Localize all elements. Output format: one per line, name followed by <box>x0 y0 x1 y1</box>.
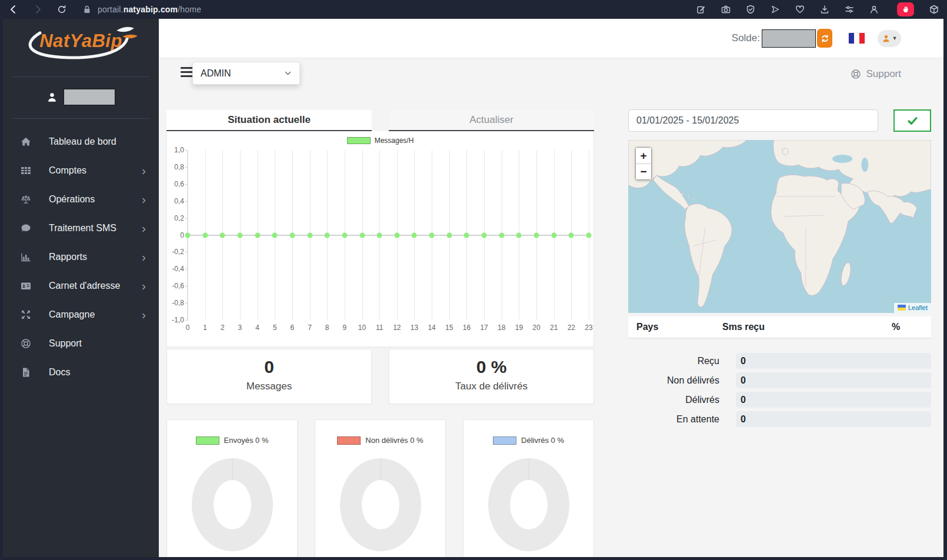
shield-check-icon[interactable] <box>745 5 755 15</box>
data-point[interactable] <box>569 232 574 238</box>
data-point[interactable] <box>255 232 260 238</box>
y-tick-label: -0,2 <box>172 248 184 256</box>
tab-actualiser[interactable]: Actualiser <box>389 110 594 131</box>
data-point[interactable] <box>377 232 382 238</box>
divider <box>12 118 149 119</box>
sidebar-item-docs[interactable]: Docs <box>3 358 159 386</box>
address-bar[interactable]: portail.natyabip.com/home <box>98 5 201 14</box>
data-point[interactable] <box>220 232 225 238</box>
data-point[interactable] <box>516 232 522 238</box>
profile-icon[interactable] <box>869 5 879 15</box>
country-table: Pays Sms reçu % <box>628 316 931 338</box>
logo[interactable]: NatYaBip <box>3 19 159 71</box>
french-flag-icon[interactable] <box>849 33 865 44</box>
delivery-rate: 0 % <box>389 357 593 377</box>
stat-progress-bar: 0 <box>736 392 931 408</box>
stat-line: Reçu0 <box>628 353 931 369</box>
data-point[interactable] <box>482 232 487 238</box>
data-point[interactable] <box>499 232 504 238</box>
x-tick-label: 21 <box>550 324 558 332</box>
x-tick-label: 3 <box>238 324 242 332</box>
data-point[interactable] <box>185 232 191 238</box>
reload-icon[interactable] <box>56 5 66 15</box>
data-point[interactable] <box>342 232 347 238</box>
data-point[interactable] <box>272 232 278 238</box>
chart-plot-area: 1,00,80,60,40,20-0,2-0,4-0,6-0,8-1,00123… <box>187 150 589 320</box>
data-point[interactable] <box>394 232 399 238</box>
stat-line: Non délivrés0 <box>628 372 931 388</box>
data-point[interactable] <box>289 232 295 238</box>
forward-icon[interactable] <box>32 5 42 15</box>
zoom-in-button[interactable]: + <box>636 148 651 164</box>
sidebar-item-operations[interactable]: Opérations› <box>3 185 159 214</box>
leaflet-link[interactable]: Leaflet <box>908 304 928 311</box>
donut-delivres: Délivrés 0 % <box>463 419 594 557</box>
stat-cards: 0 Messages 0 % Taux de délivrés <box>166 349 594 404</box>
y-tick-label: 0,8 <box>174 163 184 171</box>
cube-icon[interactable] <box>929 5 939 15</box>
sidebar-item-label: Support <box>49 338 82 349</box>
back-icon[interactable] <box>8 5 18 15</box>
sidebar-item-comptes[interactable]: Comptes› <box>3 156 159 185</box>
legend-label: Non délivrés 0 % <box>365 436 423 445</box>
user-menu-button[interactable]: ▼ <box>878 30 901 47</box>
sidebar-item-support[interactable]: Support <box>3 329 159 358</box>
expand-arrows-icon <box>21 309 32 320</box>
data-point[interactable] <box>359 232 365 238</box>
data-point[interactable] <box>551 232 556 238</box>
hamburger-menu-icon[interactable] <box>181 67 193 77</box>
column-percent: % <box>861 322 931 332</box>
sidebar-item-label: Tableau de bord <box>49 136 116 147</box>
data-point[interactable] <box>237 232 242 238</box>
file-icon <box>21 366 32 378</box>
data-point[interactable] <box>325 232 330 238</box>
data-point[interactable] <box>307 232 312 238</box>
send-icon[interactable] <box>770 5 780 15</box>
role-select-value: ADMIN <box>201 68 231 79</box>
sidebar-item-carnet-adresse[interactable]: Carnet d'adresse› <box>3 271 159 300</box>
zoom-out-button[interactable]: − <box>636 164 651 179</box>
sidebar-item-label: Campagne <box>49 309 95 320</box>
apply-filter-button[interactable] <box>893 109 931 132</box>
hand-extension-button[interactable] <box>897 2 914 16</box>
column-sms-recu: Sms reçu <box>722 322 861 332</box>
stat-label: Délivrés <box>628 395 719 405</box>
compose-icon[interactable] <box>696 5 706 15</box>
data-point[interactable] <box>586 232 592 238</box>
sidebar-item-campagne[interactable]: Campagne› <box>3 300 159 329</box>
tab-situation-actuelle[interactable]: Situation actuelle <box>166 110 372 131</box>
x-tick-label: 0 <box>186 324 190 332</box>
heart-icon[interactable] <box>795 5 805 15</box>
date-range-input[interactable] <box>628 109 878 132</box>
scales-icon <box>21 194 32 205</box>
sidebar-item-traitement-sms[interactable]: Traitement SMS› <box>3 214 159 242</box>
y-tick-label: -1,0 <box>172 316 184 324</box>
support-link[interactable]: Support <box>851 68 901 80</box>
app-header: Solde: ▼ <box>159 19 943 58</box>
x-tick-label: 9 <box>343 324 347 332</box>
data-point[interactable] <box>446 232 452 238</box>
data-point[interactable] <box>534 232 539 238</box>
data-point[interactable] <box>202 232 208 238</box>
map-attribution: Leaflet <box>894 303 931 313</box>
world-map[interactable]: + − Leaflet <box>628 140 931 313</box>
stat-label: En attente <box>628 414 719 425</box>
data-point[interactable] <box>429 232 435 238</box>
sliders-icon[interactable] <box>844 5 854 15</box>
chart-legend[interactable]: Messages/H <box>167 136 593 145</box>
sidebar-item-tableau-de-bord[interactable]: Tableau de bord <box>3 127 159 156</box>
camera-icon[interactable] <box>721 5 731 15</box>
sidebar-item-rapports[interactable]: Rapports› <box>3 242 159 271</box>
data-point[interactable] <box>464 232 469 238</box>
date-filter-row <box>628 109 931 132</box>
data-point[interactable] <box>412 232 417 238</box>
refresh-balance-button[interactable] <box>817 29 832 48</box>
x-tick-label: 7 <box>308 324 312 332</box>
donut-charts: Envoyés 0 % Non délivrés 0 % Délivrés 0 … <box>166 419 594 557</box>
delivery-stats: Reçu0Non délivrés0Délivrés0En attente0 <box>628 353 931 427</box>
download-icon[interactable] <box>819 5 829 15</box>
legend-swatch <box>196 436 219 445</box>
role-select[interactable]: ADMIN <box>192 62 300 85</box>
x-tick-label: 5 <box>273 324 277 332</box>
donut-ring <box>488 458 569 551</box>
